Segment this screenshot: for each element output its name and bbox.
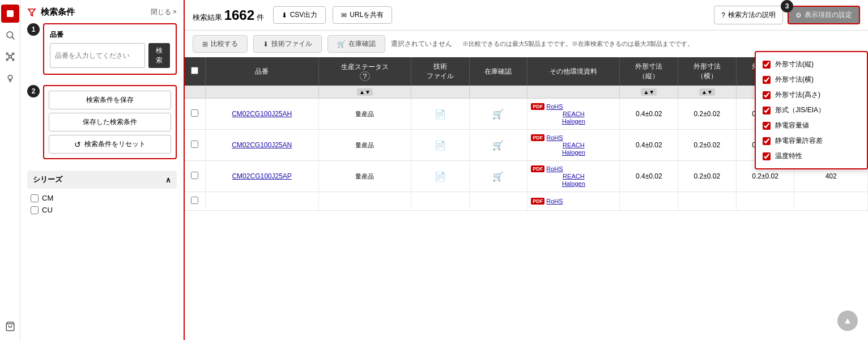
tech-file-cell[interactable]: 📄 [411, 130, 470, 161]
dropdown-item-temp[interactable]: 温度特性 [756, 148, 867, 164]
series-checkbox-cm[interactable] [31, 194, 39, 202]
rohs-link[interactable]: RoHS [546, 103, 563, 110]
row-checkbox[interactable] [185, 130, 205, 161]
dropdown-item-form[interactable]: 形式（JIS/EIA） [756, 103, 867, 118]
cart-check-icon: 🛒 [337, 40, 346, 48]
dropdown-item-dim-v[interactable]: 外形寸法(縦) [756, 57, 867, 72]
tech-file-cell[interactable]: 📄 [411, 161, 470, 192]
series-item-cm[interactable]: CM [27, 192, 177, 204]
help-icon: ? [721, 11, 725, 19]
svg-line-3 [12, 37, 14, 39]
share-url-button[interactable]: ✉ URLを共有 [333, 6, 392, 24]
series-header[interactable]: シリーズ ∧ [27, 171, 177, 189]
stock-cell[interactable]: 🛒 [469, 130, 527, 161]
reach-link[interactable]: REACH [531, 173, 616, 180]
pdf-badge: PDF [531, 198, 544, 205]
select-all-checkbox-header[interactable] [185, 57, 205, 86]
chip-icon[interactable] [1, 5, 19, 23]
halogen-link[interactable]: Halogen [531, 149, 616, 156]
col-header-tech: 技術ファイル [411, 57, 470, 86]
halogen-link[interactable]: Halogen [531, 118, 616, 125]
top-right-buttons: ? 検索方法の説明 3 ⚙ 表示項目の設定 [714, 6, 860, 24]
row-checkbox[interactable] [185, 99, 205, 130]
checkbox-cap[interactable] [763, 122, 771, 130]
rohs-link[interactable]: RoHS [546, 198, 563, 205]
part-no-link[interactable]: CM02CG100J25AP [232, 172, 291, 180]
reset-conditions-button[interactable]: ↺ 検索条件をリセット [49, 135, 171, 154]
part-no-cell[interactable]: CM02CG100J25AN [205, 130, 318, 161]
step-2-label: 2 [27, 85, 40, 97]
stock-check-button[interactable]: 🛒 在庫確認 [327, 35, 385, 53]
dim-h-sort-arrows[interactable]: ▲▼ [699, 88, 715, 96]
select-all-checkbox[interactable] [191, 67, 198, 74]
sort-dim-v[interactable]: ▲▼ [620, 86, 678, 99]
icon-sidebar [0, 0, 20, 340]
part-number-input[interactable] [50, 43, 145, 68]
stock-cell[interactable]: 🛒 [469, 99, 527, 130]
dim-v-sort-arrows[interactable]: ▲▼ [641, 88, 657, 96]
sort-tech [411, 86, 470, 99]
dropdown-item-cap-tol[interactable]: 静電容量許容差 [756, 133, 867, 148]
save-conditions-button[interactable]: 検索条件を保存 [49, 91, 171, 109]
status-cell: 量産品 [318, 99, 411, 130]
dropdown-item-cap[interactable]: 静電容量値 [756, 118, 867, 133]
rohs-link[interactable]: RoHS [546, 134, 563, 141]
part-no-link[interactable]: CM02CG100J25AH [232, 110, 292, 118]
bulb-icon[interactable] [1, 69, 19, 87]
reach-link[interactable]: REACH [531, 142, 616, 148]
settings-button[interactable]: ⚙ 表示項目の設定 [788, 6, 860, 24]
part-search-button[interactable]: 検索 [148, 43, 170, 68]
sort-part-no [205, 86, 318, 99]
cart-icon-sidebar[interactable] [1, 317, 19, 335]
scroll-top-button[interactable]: ▲ [837, 311, 858, 331]
stock-cell[interactable]: 🛒 [469, 161, 527, 192]
row-checkbox[interactable] [185, 161, 205, 192]
part-no-cell[interactable]: CM02CG100J25AP [205, 161, 318, 192]
sort-stock [469, 86, 527, 99]
checkbox-form[interactable] [763, 107, 771, 114]
doc-icon[interactable]: 📄 [435, 109, 446, 119]
tech-file-button[interactable]: ⬇ 技術ファイル [253, 35, 322, 53]
checkbox-dim-height[interactable] [763, 91, 771, 99]
search-panel: 検索条件 閉じる × 1 品番 検索 2 検索条件を保存 保存した検索条件 ↺ … [20, 0, 185, 340]
dim-h-cell: 0.2±0.02 [678, 161, 737, 192]
reach-link[interactable]: REACH [531, 110, 616, 117]
halogen-link[interactable]: Halogen [531, 180, 616, 187]
help-button[interactable]: ? 検索方法の説明 [714, 6, 783, 24]
dropdown-label-cap-tol: 静電容量許容差 [775, 136, 823, 146]
status-cell: 量産品 [318, 161, 411, 192]
settings-dropdown: 外形寸法(縦) 外形寸法(横) 外形寸法(高さ) 形式（JIS/EIA） 静電容… [755, 51, 868, 169]
tech-file-cell[interactable]: 📄 [411, 99, 470, 130]
svg-rect-1 [8, 12, 12, 15]
doc-icon[interactable]: 📄 [435, 141, 446, 150]
csv-export-button[interactable]: ⬇ CSV出力 [273, 6, 326, 24]
sort-status[interactable]: ▲▼ [318, 86, 411, 99]
sort-dim-h[interactable]: ▲▼ [678, 86, 737, 99]
compare-button[interactable]: ⊞ 比較する [193, 35, 248, 53]
load-conditions-button[interactable]: 保存した検索条件 [49, 113, 171, 131]
doc-icon[interactable]: 📄 [435, 172, 446, 181]
dropdown-item-dim-h[interactable]: 外形寸法(横) [756, 72, 867, 87]
env-cell: PDF RoHS REACH Halogen [527, 99, 620, 130]
series-checkbox-cu[interactable] [31, 206, 39, 214]
series-item-cu[interactable]: CU [27, 204, 177, 216]
checkbox-dim-v[interactable] [763, 61, 771, 69]
search-panel-header: 検索条件 閉じる × [27, 7, 177, 18]
status-sort-arrows[interactable]: ▲▼ [357, 88, 373, 96]
checkbox-cap-tol[interactable] [763, 137, 771, 145]
part-no-link[interactable]: CM02CG100J25AN [232, 141, 292, 149]
svg-point-5 [6, 53, 8, 54]
cart-icon-row[interactable]: 🛒 [492, 172, 504, 181]
close-button[interactable]: 閉じる × [151, 7, 177, 17]
selection-info: 選択されていません [391, 39, 452, 49]
cart-icon-row[interactable]: 🛒 [492, 141, 504, 150]
search-icon[interactable] [1, 26, 19, 44]
dropdown-item-dim-height[interactable]: 外形寸法(高さ) [756, 87, 867, 103]
part-no-cell[interactable]: CM02CG100J25AH [205, 99, 318, 130]
checkbox-dim-h[interactable] [763, 76, 771, 84]
row-checkbox[interactable] [185, 192, 205, 211]
cart-icon-row[interactable]: 🛒 [492, 109, 504, 119]
checkbox-temp[interactable] [763, 152, 771, 160]
network-icon[interactable] [1, 48, 19, 66]
rohs-link[interactable]: RoHS [546, 165, 563, 172]
